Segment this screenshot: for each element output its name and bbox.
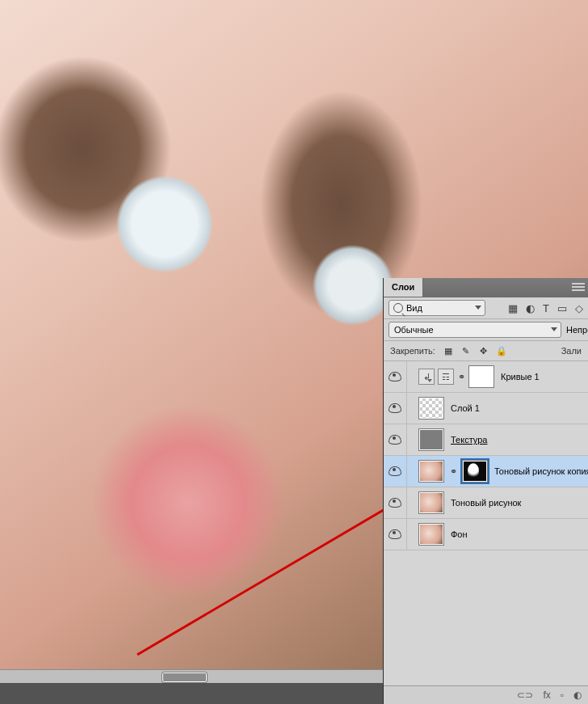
lock-row: Закрепить: ▦ ✎ ✥ 🔒 Зали [384, 341, 588, 361]
chevron-down-icon [475, 306, 481, 310]
lock-move-icon[interactable]: ✥ [477, 344, 490, 357]
link-icon: ⚭ [457, 371, 465, 382]
fx-icon[interactable]: fx [543, 689, 550, 701]
layer-row[interactable]: Слой 1 [384, 393, 588, 424]
visibility-icon[interactable] [388, 498, 401, 508]
clip-indicator-icon[interactable]: ↲ [418, 369, 435, 385]
add-mask-icon[interactable]: ▫ [561, 689, 564, 701]
layer-name[interactable]: Фон [451, 529, 468, 539]
filter-text-icon[interactable]: T [543, 302, 549, 314]
fill-label: Зали [561, 346, 582, 356]
layer-row[interactable]: Фон [384, 519, 588, 550]
layer-row[interactable]: Тоновый рисунок [384, 487, 588, 519]
tab-layers[interactable]: Слои [384, 278, 423, 297]
panel-menu-icon[interactable] [572, 281, 585, 293]
filter-type-icons: ▦ ◐ T ▭ ◇ [508, 302, 583, 314]
layer-name[interactable]: Кривые 1 [501, 372, 540, 382]
layer-row[interactable]: ↲ ☶ ⚭ Кривые 1 [384, 361, 588, 393]
lock-icons: ▦ ✎ ✥ 🔒 [442, 344, 508, 357]
lock-paint-icon[interactable]: ✎ [460, 344, 472, 357]
visibility-icon[interactable] [388, 466, 401, 476]
filter-label: Вид [406, 303, 422, 313]
lock-all-icon[interactable]: 🔒 [495, 344, 508, 357]
layer-name[interactable]: Текстура [451, 435, 487, 445]
adjustment-layer-icon[interactable]: ◐ [573, 689, 582, 701]
panel-bottom-bar: ⊂⊃ fx ▫ ◐ [384, 685, 588, 704]
chevron-down-icon [551, 327, 557, 331]
blend-mode-value: Обычные [394, 325, 434, 335]
layer-row[interactable]: Текстура [384, 424, 588, 456]
layer-row[interactable]: ⚭ Тоновый рисунок копия [384, 456, 588, 487]
layer-name[interactable]: Слой 1 [451, 403, 480, 413]
visibility-icon[interactable] [388, 529, 401, 539]
filter-shape-icon[interactable]: ▭ [557, 302, 567, 314]
blend-mode-row: Обычные Непрозрачно [384, 319, 588, 341]
layer-mask-thumb[interactable] [468, 365, 494, 388]
link-layers-icon[interactable]: ⊂⊃ [517, 689, 533, 701]
layer-thumb[interactable] [418, 460, 444, 483]
layer-name[interactable]: Тоновый рисунок копия [494, 466, 588, 476]
layer-filter-select[interactable]: Вид [388, 300, 485, 316]
filter-smart-icon[interactable]: ◇ [575, 302, 583, 314]
visibility-icon[interactable] [388, 435, 401, 445]
blend-mode-select[interactable]: Обычные [388, 322, 561, 338]
curves-icon[interactable]: ☶ [438, 369, 454, 385]
scrollbar-thumb[interactable] [162, 672, 208, 683]
layer-thumb[interactable] [418, 491, 444, 514]
panel-tab-bar: Слои [384, 278, 588, 297]
layers-panel: Слои Вид ▦ ◐ T ▭ ◇ Обычные Непрозрачно З… [384, 278, 588, 704]
layer-name[interactable]: Тоновый рисунок [451, 498, 521, 508]
horizontal-scrollbar[interactable] [0, 669, 384, 683]
layer-filter-row: Вид ▦ ◐ T ▭ ◇ [384, 297, 588, 319]
layer-thumb[interactable] [418, 397, 444, 419]
link-icon[interactable]: ⚭ [449, 466, 457, 477]
visibility-icon[interactable] [388, 403, 401, 413]
layer-mask-thumb[interactable] [462, 460, 488, 483]
lock-label: Закрепить: [390, 346, 435, 356]
search-icon [393, 303, 403, 313]
lock-transparent-icon[interactable]: ▦ [442, 344, 455, 357]
filter-adjust-icon[interactable]: ◐ [526, 302, 535, 314]
filter-pixel-icon[interactable]: ▦ [508, 302, 518, 314]
canvas-bottom-gutter [0, 683, 384, 704]
layer-thumb[interactable] [418, 523, 444, 546]
opacity-label: Непрозрачно [566, 325, 588, 335]
visibility-icon[interactable] [388, 372, 401, 382]
layer-list: ↲ ☶ ⚭ Кривые 1 Слой 1 Текстура [384, 361, 588, 550]
layer-thumb[interactable] [418, 428, 444, 451]
